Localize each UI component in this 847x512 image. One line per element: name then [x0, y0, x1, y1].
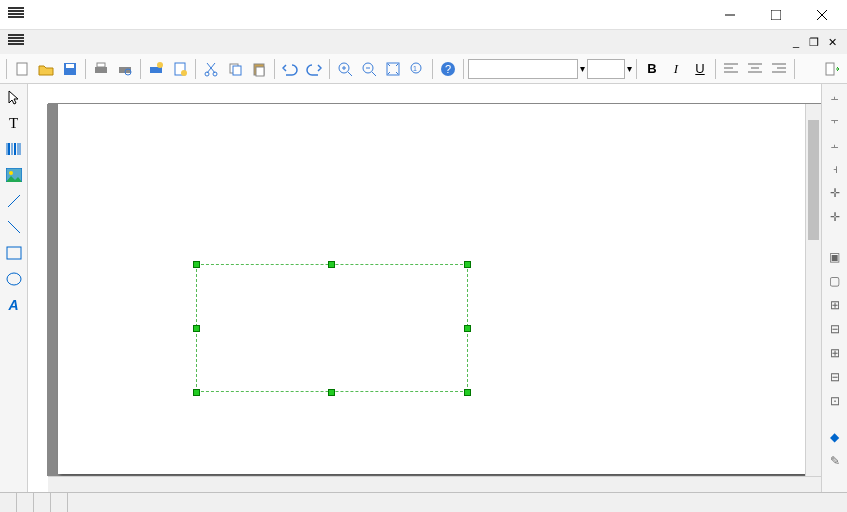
align-right-icon[interactable]: ✛: [826, 208, 844, 226]
mdi-minimize-button[interactable]: _: [789, 35, 803, 49]
svg-point-25: [363, 63, 373, 73]
zoom-out-button[interactable]: [358, 58, 380, 80]
svg-point-54: [7, 273, 21, 285]
export-button[interactable]: [821, 58, 843, 80]
text-tool[interactable]: T: [3, 112, 25, 134]
svg-line-51: [8, 195, 20, 207]
menu-database[interactable]: [88, 40, 100, 44]
new-button[interactable]: [11, 58, 33, 80]
svg-rect-13: [175, 63, 185, 75]
send-back-icon[interactable]: ⊟: [826, 320, 844, 338]
resize-handle[interactable]: [328, 261, 335, 268]
scrollbar-horizontal[interactable]: [48, 476, 821, 492]
right-toolbar: ⫠ ⫟ ⫠ ⫞ ✛ ✛ ▣ ▢ ⊞ ⊟ ⊞ ⊟ ⊡ ◆ ✎: [821, 84, 847, 492]
zoom-100-button[interactable]: 1: [406, 58, 428, 80]
menu-file[interactable]: [28, 40, 40, 44]
color-tool-icon[interactable]: ◆: [826, 428, 844, 446]
window-controls: [707, 0, 845, 30]
rectangle-tool[interactable]: [3, 242, 25, 264]
ellipse-tool[interactable]: [3, 268, 25, 290]
close-button[interactable]: [799, 0, 845, 30]
svg-point-14: [181, 70, 187, 76]
mdi-restore-button[interactable]: ❐: [807, 35, 821, 49]
app-icon-small: [8, 34, 24, 50]
svg-point-21: [339, 63, 349, 73]
svg-rect-17: [230, 64, 238, 73]
print-preview-button[interactable]: [114, 58, 136, 80]
text-style-tool[interactable]: A: [3, 294, 25, 316]
resize-handle[interactable]: [464, 261, 471, 268]
select-tool[interactable]: [3, 86, 25, 108]
group-icon[interactable]: ▣: [826, 248, 844, 266]
italic-button[interactable]: I: [665, 58, 687, 80]
align-vcenter-icon[interactable]: ⫟: [826, 112, 844, 130]
resize-handle[interactable]: [464, 325, 471, 332]
minimize-button[interactable]: [707, 0, 753, 30]
bring-forward-icon[interactable]: ⊞: [826, 344, 844, 362]
resize-handle[interactable]: [328, 389, 335, 396]
svg-rect-8: [97, 63, 105, 67]
ruler-vertical: [28, 104, 48, 476]
save-button[interactable]: [59, 58, 81, 80]
align-bottom-icon[interactable]: ⫠: [826, 136, 844, 154]
redo-button[interactable]: [303, 58, 325, 80]
line-tool[interactable]: [3, 190, 25, 212]
print-setup-button[interactable]: [145, 58, 167, 80]
properties-icon[interactable]: ✎: [826, 452, 844, 470]
svg-point-29: [411, 63, 421, 73]
font-name-select[interactable]: [468, 59, 578, 79]
page-setup-button[interactable]: [169, 58, 191, 80]
ungroup-icon[interactable]: ▢: [826, 272, 844, 290]
align-right-button[interactable]: [768, 58, 790, 80]
resize-handle[interactable]: [464, 389, 471, 396]
svg-line-2: [817, 10, 827, 20]
align-hcenter-icon[interactable]: ✛: [826, 184, 844, 202]
svg-point-16: [213, 72, 217, 76]
image-tool[interactable]: [3, 164, 25, 186]
menu-window[interactable]: [112, 40, 124, 44]
open-button[interactable]: [35, 58, 57, 80]
bring-front-icon[interactable]: ⊞: [826, 296, 844, 314]
font-size-select[interactable]: [587, 59, 625, 79]
svg-rect-6: [66, 64, 74, 68]
svg-rect-18: [233, 66, 241, 75]
send-backward-icon[interactable]: ⊟: [826, 368, 844, 386]
menu-view[interactable]: [52, 40, 64, 44]
canvas[interactable]: [48, 104, 821, 476]
menu-arrange[interactable]: [76, 40, 88, 44]
zoom-in-button[interactable]: [334, 58, 356, 80]
print-button[interactable]: [90, 58, 112, 80]
resize-handle[interactable]: [193, 389, 200, 396]
barcode-bars[interactable]: [204, 270, 460, 365]
resize-handle[interactable]: [193, 325, 200, 332]
svg-point-10: [125, 69, 131, 75]
underline-button[interactable]: U: [689, 58, 711, 80]
help-button[interactable]: ?: [437, 58, 459, 80]
lock-icon[interactable]: ⊡: [826, 392, 844, 410]
menu-edit[interactable]: [40, 40, 52, 44]
svg-point-31: [441, 62, 455, 76]
menu-create[interactable]: [64, 40, 76, 44]
status-size: [0, 493, 17, 512]
label-page[interactable]: [58, 104, 806, 474]
mdi-close-button[interactable]: ✕: [825, 35, 839, 49]
resize-handle[interactable]: [193, 261, 200, 268]
menu-tool[interactable]: [100, 40, 112, 44]
menu-help[interactable]: [124, 40, 136, 44]
zoom-fit-button[interactable]: [382, 58, 404, 80]
align-left-icon[interactable]: ⫞: [826, 160, 844, 178]
paste-button[interactable]: [248, 58, 270, 80]
undo-button[interactable]: [279, 58, 301, 80]
barcode-tool[interactable]: [3, 138, 25, 160]
svg-text:?: ?: [445, 63, 451, 75]
align-top-icon[interactable]: ⫠: [826, 88, 844, 106]
scrollbar-vertical[interactable]: [805, 104, 821, 476]
maximize-button[interactable]: [753, 0, 799, 30]
align-left-button[interactable]: [720, 58, 742, 80]
align-center-button[interactable]: [744, 58, 766, 80]
bold-button[interactable]: B: [641, 58, 663, 80]
menu-bar: _ ❐ ✕: [0, 30, 847, 54]
diagonal-tool[interactable]: [3, 216, 25, 238]
copy-button[interactable]: [224, 58, 246, 80]
cut-button[interactable]: [200, 58, 222, 80]
